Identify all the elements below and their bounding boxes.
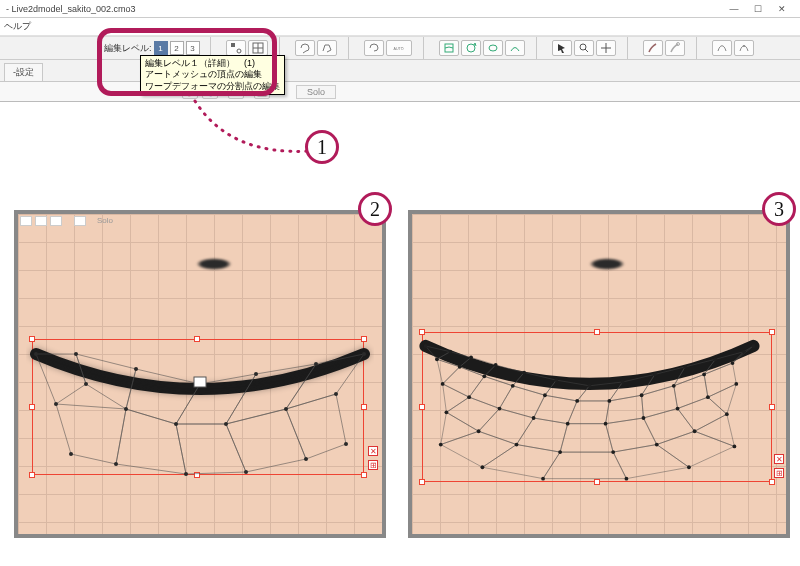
svg-point-64: [441, 382, 445, 386]
svg-point-24: [254, 372, 258, 376]
svg-point-87: [733, 445, 737, 449]
svg-point-86: [687, 465, 691, 469]
sel3-handle-tr[interactable]: [769, 329, 775, 335]
svg-point-49: [683, 365, 687, 369]
edit-level-2-button[interactable]: 2: [170, 41, 184, 55]
lasso-group: [294, 37, 349, 59]
svg-point-41: [448, 350, 452, 354]
svg-point-1: [237, 49, 241, 53]
svg-point-13: [676, 43, 679, 46]
lasso-auto-button[interactable]: [364, 40, 384, 56]
svg-point-75: [477, 429, 481, 433]
deform-rotate-button[interactable]: [461, 40, 481, 56]
svg-point-20: [34, 352, 38, 356]
svg-point-71: [676, 407, 680, 411]
svg-point-61: [672, 384, 676, 388]
svg-point-34: [69, 452, 73, 456]
svg-point-45: [554, 378, 558, 382]
sel3-handle-mr[interactable]: [769, 404, 775, 410]
svg-point-77: [558, 450, 562, 454]
svg-point-81: [725, 412, 729, 416]
canvas-2-topbar: Solo: [20, 216, 113, 226]
panel-2-wrap: 2 Solo: [14, 210, 386, 538]
svg-point-69: [604, 422, 608, 426]
main-toolbar: 編集レベル: 1 2 3 AUTO: [0, 36, 800, 60]
svg-point-48: [653, 373, 657, 377]
select-group: [551, 37, 628, 59]
svg-point-33: [334, 392, 338, 396]
canvas-panel-2[interactable]: Solo ✕ ⊞: [18, 214, 382, 534]
svg-point-76: [515, 443, 519, 447]
svg-point-70: [642, 416, 646, 420]
edit-level-1-button[interactable]: 1: [154, 41, 168, 55]
edit-level-label: 編集レベル:: [104, 42, 152, 55]
svg-point-44: [522, 371, 526, 375]
svg-point-63: [731, 361, 735, 365]
magnifier-tool-button[interactable]: [574, 40, 594, 56]
lasso-poly-button[interactable]: [317, 40, 337, 56]
brush-tool-button[interactable]: [643, 40, 663, 56]
deform-ellipse-button[interactable]: [483, 40, 503, 56]
svg-point-83: [481, 465, 485, 469]
brush-group: [642, 37, 697, 59]
snap-point-button[interactable]: [226, 40, 246, 56]
arrow-tool-button[interactable]: [552, 40, 572, 56]
svg-rect-0: [231, 43, 235, 47]
settings-tab[interactable]: -設定: [4, 63, 43, 81]
comparison-panels: 2 Solo: [14, 210, 794, 538]
window-minimize-button[interactable]: —: [722, 2, 746, 16]
svg-point-74: [445, 410, 449, 414]
svg-point-62: [702, 373, 706, 377]
crosshair-tool-button[interactable]: [596, 40, 616, 56]
edit-level-3-button[interactable]: 3: [186, 41, 200, 55]
svg-point-38: [304, 457, 308, 461]
lasso-auto-group: AUTO: [363, 37, 424, 59]
canvas-2-btn-a[interactable]: [20, 216, 32, 226]
canvas-2-solo[interactable]: Solo: [97, 216, 113, 226]
snap-grid-button[interactable]: [248, 40, 268, 56]
svg-point-85: [625, 477, 629, 481]
sel3-handle-br[interactable]: [769, 479, 775, 485]
nose-shadow-2: [196, 258, 232, 270]
svg-point-50: [714, 357, 718, 361]
deform-warp-button[interactable]: [439, 40, 459, 56]
eraser-tool-button[interactable]: [665, 40, 685, 56]
tab-bar: -設定 Live2dmodel_sakit ×: [0, 60, 800, 82]
svg-point-30: [174, 422, 178, 426]
svg-point-82: [439, 443, 443, 447]
svg-point-46: [588, 384, 592, 388]
canvas-2-btn-d[interactable]: [74, 216, 86, 226]
window-maximize-button[interactable]: ☐: [746, 2, 770, 16]
canvas-2-btn-c[interactable]: [50, 216, 62, 226]
lasso-button[interactable]: [295, 40, 315, 56]
tooltip-line3: ワープデフォーマの分割点の編集: [145, 81, 280, 92]
svg-point-21: [74, 352, 78, 356]
svg-point-31: [224, 422, 228, 426]
svg-point-8: [489, 45, 497, 51]
svg-point-55: [482, 374, 486, 378]
path-edit-button[interactable]: [734, 40, 754, 56]
svg-point-60: [640, 393, 644, 397]
canvas-panel-3[interactable]: ✕ ⊞: [412, 214, 786, 534]
sel3-lock-button[interactable]: ⊞: [774, 468, 784, 478]
canvas-2-btn-b[interactable]: [35, 216, 47, 226]
menu-help[interactable]: ヘルプ: [4, 20, 31, 33]
svg-point-51: [742, 350, 746, 354]
sel3-delete-button[interactable]: ✕: [774, 454, 784, 464]
svg-point-80: [693, 429, 697, 433]
svg-point-58: [575, 399, 579, 403]
deform-curve-button[interactable]: [505, 40, 525, 56]
mouth-mesh-3: [418, 310, 761, 490]
svg-point-26: [362, 352, 366, 356]
panel-3-border: ✕ ⊞: [408, 210, 790, 538]
mouth-mesh-2: [26, 314, 374, 494]
svg-point-84: [541, 477, 545, 481]
window-close-button[interactable]: ✕: [770, 2, 794, 16]
svg-point-59: [607, 399, 611, 403]
auto-label-button[interactable]: AUTO: [386, 40, 412, 56]
annotation-number-3: 3: [762, 192, 796, 226]
path-tool-button[interactable]: [712, 40, 732, 56]
svg-point-36: [184, 472, 188, 476]
svg-point-27: [54, 402, 58, 406]
svg-point-37: [244, 470, 248, 474]
